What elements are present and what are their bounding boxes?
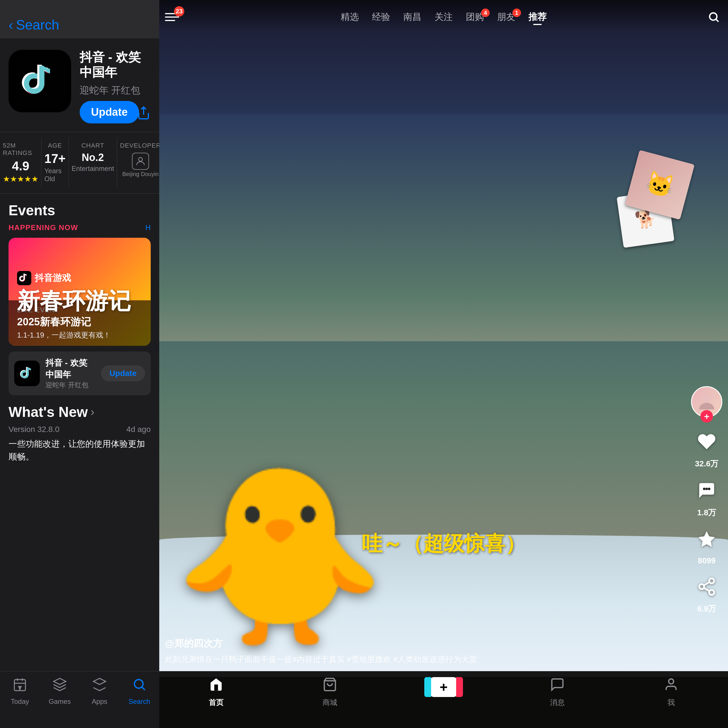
tab-games[interactable]: Games (40, 677, 80, 705)
ratings-value: 4.9 (12, 159, 29, 173)
tiktok-tab-home[interactable]: 首页 (159, 677, 273, 708)
developer-stat: DEVELOPER Beijing Douyin (117, 138, 159, 188)
age-value: 17+ (44, 151, 66, 166)
happening-label: HAPPENING NOW (9, 223, 78, 232)
like-count: 32.6万 (695, 459, 719, 469)
chart-stat: CHART No.2 Entertainment (69, 138, 117, 188)
svg-marker-15 (699, 531, 715, 547)
menu-icon[interactable]: 23 (165, 9, 182, 26)
video-overlay-text: 哇～（超级惊喜） (159, 530, 728, 557)
svg-point-17 (699, 584, 704, 589)
tiktok-topnav: 23 精选 经验 南昌 关注 团购 4 朋友 1 推荐 (159, 0, 728, 31)
comment-count: 1.8万 (697, 507, 716, 518)
stars-icon: ★★★★★ (3, 174, 38, 184)
update-button[interactable]: Update (80, 101, 139, 124)
events-title: Events (9, 202, 151, 219)
app-info-section: 抖音 - 欢笑中国年 迎蛇年 开红包 Update (0, 38, 159, 132)
chart-value: No.2 (82, 151, 104, 164)
ratings-label: 52M RATINGS (3, 142, 38, 157)
svg-text:T: T (18, 685, 21, 690)
developer-label: DEVELOPER (120, 142, 159, 149)
pengyou-badge: 1 (512, 9, 521, 17)
chevron-right-icon[interactable]: › (91, 405, 95, 418)
avatar-follow-button[interactable]: + (700, 410, 713, 422)
comment-button[interactable]: 1.8万 (697, 480, 717, 518)
whats-new-title: What's New (9, 404, 88, 420)
mini-app-subtitle: 迎蛇年 开红包 (46, 381, 95, 390)
tab-nanchang[interactable]: 南昌 (401, 11, 424, 23)
menu-bar-3 (165, 20, 175, 21)
share-button[interactable]: 6.9万 (697, 577, 717, 614)
star-icon (697, 529, 717, 554)
tiktok-tab-create[interactable]: + (387, 677, 500, 697)
app-store-panel: ‹ Search 抖音 - 欢笑中国年 迎蛇年 开红包 Update (0, 0, 159, 728)
video-caption-text: 此刻兄弟情在一只鸭子面前不值一提#内容过于真实 #雪地里撒欢 #人类幼崽迷惑行为… (165, 653, 682, 665)
svg-point-9 (135, 680, 143, 688)
tab-jingyan[interactable]: 经验 (370, 11, 392, 23)
menu-bar-2 (165, 17, 179, 18)
tab-today[interactable]: T Today (0, 677, 40, 705)
back-label[interactable]: Search (16, 17, 59, 33)
video-avatar[interactable]: + (691, 386, 722, 418)
profile-label: 我 (667, 697, 675, 708)
share-icon (697, 577, 717, 601)
tab-apps[interactable]: Apps (80, 677, 119, 705)
event-card[interactable]: 抖音游戏 新春环游记 LIVE EVENT 2025新春环游记 1.1-1.19… (9, 238, 151, 346)
search-label: Search (128, 697, 150, 705)
messages-label: 消息 (550, 697, 565, 708)
version-date: 4d ago (126, 425, 151, 434)
tab-tuijian[interactable]: 推荐 (526, 11, 549, 23)
tab-guanzhu[interactable]: 关注 (432, 11, 455, 23)
version-number: Version 32.8.0 (9, 425, 60, 434)
share-count: 6.9万 (697, 603, 716, 614)
tab-jingxuan[interactable]: 精选 (338, 11, 361, 23)
plus-icon: + (440, 679, 448, 695)
mini-app-info: 抖音 - 欢笑中国年 迎蛇年 开红包 (46, 357, 95, 390)
back-arrow-icon: ‹ (9, 17, 13, 33)
home-label: 首页 (209, 697, 223, 708)
messages-icon (550, 677, 565, 695)
app-store-tabbar: T Today Games Apps (0, 671, 159, 728)
heart-icon (697, 432, 717, 456)
today-label: Today (11, 697, 29, 705)
share-button[interactable] (136, 106, 151, 124)
app-name: 抖音 - 欢笑中国年 (80, 50, 151, 80)
favorite-button[interactable]: 8099 (697, 529, 717, 565)
tiktok-tab-shop[interactable]: 商城 (273, 677, 387, 708)
video-actions: + 32.6万 1.8万 (691, 386, 722, 614)
svg-point-11 (703, 394, 711, 402)
today-icon: T (12, 677, 27, 695)
tuangou-badge: 4 (481, 9, 490, 17)
apps-label: Apps (92, 697, 107, 705)
app-mini-card: 抖音 - 欢笑中国年 迎蛇年 开红包 Update (9, 352, 151, 395)
like-button[interactable]: 32.6万 (695, 432, 719, 469)
home-icon (209, 677, 223, 695)
stats-bar: 52M RATINGS 4.9 ★★★★★ AGE 17+ Years Old … (0, 132, 159, 194)
event-games-label: 抖音游戏 (35, 272, 71, 284)
games-icon (52, 677, 67, 695)
svg-point-13 (705, 488, 708, 490)
chart-label: CHART (81, 142, 104, 149)
mini-update-button[interactable]: Update (101, 366, 145, 381)
event-games-header: 抖音游戏 (17, 271, 142, 285)
tiktok-tab-messages[interactable]: 消息 (500, 677, 614, 708)
event-title-cn: 新春环游记 (17, 290, 142, 312)
developer-icon (132, 153, 149, 170)
tiktok-tabbar: 首页 商城 + (159, 671, 728, 728)
tab-pengyou[interactable]: 朋友 1 (495, 11, 518, 23)
version-row: Version 32.8.0 4d ago (9, 425, 151, 434)
developer-name: Beijing Douyin (122, 171, 159, 177)
tab-tuangou[interactable]: 团购 4 (463, 11, 486, 23)
events-section: Events HAPPENING NOW H 抖音游戏 新春环游记 LIVE E… (0, 194, 159, 404)
tab-search[interactable]: Search (119, 677, 159, 705)
video-caption: @郑的四次方 此刻兄弟情在一只鸭子面前不值一提#内容过于真实 #雪地里撒欢 #人… (165, 637, 682, 665)
tiktok-search-icon[interactable] (705, 9, 722, 26)
age-sublabel: Years Old (44, 167, 66, 183)
mini-app-name: 抖音 - 欢笑中国年 (46, 357, 95, 381)
tiktok-tab-profile[interactable]: 我 (614, 677, 728, 708)
age-label: AGE (48, 142, 62, 149)
create-button[interactable]: + (430, 677, 458, 697)
video-username[interactable]: @郑的四次方 (165, 637, 682, 650)
see-all-button[interactable]: H (145, 223, 151, 232)
games-label: Games (49, 697, 70, 705)
